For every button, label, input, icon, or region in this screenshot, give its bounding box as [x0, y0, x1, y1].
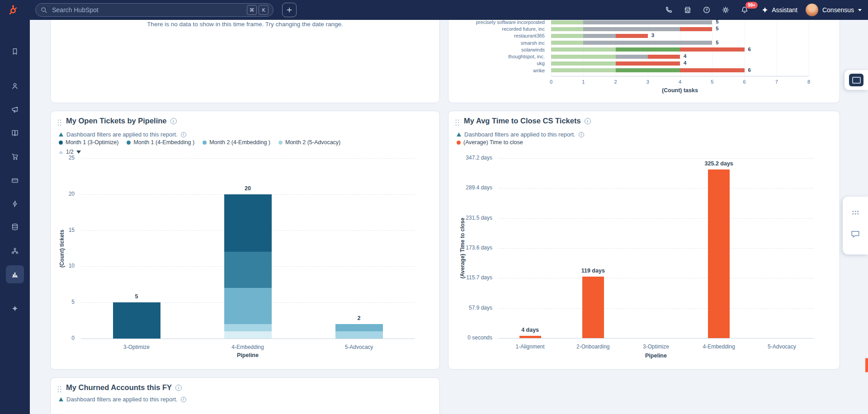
bar-segment[interactable]: [551, 27, 583, 31]
report-title: My Avg Time to Close CS Tickets: [464, 117, 581, 125]
bar-segment[interactable]: [583, 41, 712, 45]
assistant-button[interactable]: Assistant: [761, 6, 797, 14]
sidebar-item-automations[interactable]: [6, 195, 24, 213]
bar-segment[interactable]: [551, 55, 616, 59]
legend-item[interactable]: Month 1 (3-Optimize): [59, 139, 118, 146]
avatar: [806, 4, 818, 16]
calling-button[interactable]: [660, 1, 677, 19]
bar-segment[interactable]: [224, 331, 272, 339]
bar-segment[interactable]: [224, 194, 272, 252]
info-icon[interactable]: [181, 132, 186, 137]
command-key-badge: ⌘: [247, 5, 257, 15]
bar-segment[interactable]: [551, 47, 616, 52]
x-axis-tick: 7: [775, 79, 778, 85]
bar-segment[interactable]: [335, 324, 383, 331]
info-icon[interactable]: [579, 132, 584, 137]
legend-item[interactable]: Month 2 (5-Advocacy): [278, 139, 340, 146]
sidebar-item-ai[interactable]: [6, 300, 24, 318]
bar-segment[interactable]: [648, 55, 680, 59]
sidebar-item-data[interactable]: [6, 218, 24, 236]
bar-value-label: 4: [684, 53, 686, 59]
bar-segment[interactable]: [680, 27, 712, 31]
bar-segment[interactable]: [616, 68, 680, 72]
bar-value-label: 3: [651, 33, 654, 38]
sidebar-item-bookmarks[interactable]: [6, 42, 24, 61]
bar-segment[interactable]: [551, 34, 583, 38]
sidebar-item-reporting[interactable]: [6, 265, 24, 283]
bar[interactable]: [582, 277, 604, 338]
legend-page-up-icon[interactable]: [59, 151, 63, 154]
side-preview-tab[interactable]: [844, 70, 868, 90]
drag-handle-icon[interactable]: [455, 119, 460, 126]
bar-value-label: 5: [716, 40, 718, 45]
y-axis-category: smarsh inc: [521, 40, 545, 46]
bar[interactable]: [708, 169, 730, 338]
bar-segment[interactable]: [113, 302, 160, 339]
bar-segment[interactable]: [224, 324, 272, 331]
drag-handle-icon[interactable]: [57, 386, 62, 393]
bar-segment[interactable]: [616, 61, 680, 66]
bar-segment[interactable]: [551, 68, 616, 72]
bar-segment[interactable]: [583, 27, 680, 31]
bar-segment[interactable]: [335, 331, 383, 339]
bar-segment[interactable]: [583, 34, 615, 38]
x-axis-label: Pipeline: [499, 353, 813, 359]
comments-icon[interactable]: [850, 229, 860, 241]
bar-chart-icon: [11, 270, 19, 278]
gridline: [81, 339, 415, 339]
bar-segment[interactable]: [680, 68, 745, 72]
info-icon[interactable]: [175, 385, 182, 391]
notifications-button[interactable]: 99+: [736, 1, 753, 19]
bar-segment[interactable]: [616, 34, 648, 38]
y-axis-tick: 25: [69, 155, 75, 161]
sidebar-item-marketing[interactable]: [6, 100, 24, 118]
y-axis-tick: 57.9 days: [469, 305, 492, 311]
cart-icon: [11, 152, 19, 160]
bar-segment[interactable]: [551, 20, 583, 24]
tasks-x-axis-label: (Count) tasks: [551, 87, 809, 94]
drag-handle-icon[interactable]: [57, 119, 62, 126]
legend-item[interactable]: Month 2 (4-Embedding ): [203, 139, 270, 146]
gridline: [499, 188, 813, 188]
bar[interactable]: [519, 336, 541, 338]
scrollbar-thumb[interactable]: [865, 358, 868, 372]
gridline: [81, 158, 415, 159]
bar-segment[interactable]: [224, 252, 272, 288]
bar-segment[interactable]: [583, 20, 712, 24]
bar-segment[interactable]: [616, 55, 648, 59]
settings-button[interactable]: [717, 1, 734, 19]
x-axis-line: [551, 76, 809, 76]
account-menu[interactable]: Consensus: [806, 4, 862, 16]
search-input[interactable]: [51, 6, 243, 14]
gridline: [777, 19, 777, 76]
legend-page-down-icon[interactable]: [76, 151, 81, 154]
global-search[interactable]: ⌘ K: [35, 3, 274, 17]
legend-item[interactable]: Month 1 (4-Embedding ): [127, 139, 194, 146]
bar-segment[interactable]: [551, 41, 583, 45]
info-icon[interactable]: [585, 118, 591, 124]
hubspot-logo[interactable]: [6, 3, 20, 17]
bar-segment[interactable]: [616, 47, 680, 52]
sidebar-item-commerce[interactable]: [6, 147, 24, 165]
bar-segment[interactable]: [551, 61, 616, 66]
marketplace-button[interactable]: [679, 1, 696, 19]
storefront-icon: [684, 6, 692, 14]
sidebar-item-workspaces[interactable]: [6, 242, 24, 260]
filters-note: Dashboard filters are applied to this re…: [66, 396, 178, 403]
sidebar-item-crm[interactable]: [6, 77, 24, 95]
sidebar-item-payments[interactable]: [6, 171, 24, 189]
create-button[interactable]: [282, 3, 297, 17]
legend-label: Month 2 (4-Embedding ): [209, 139, 270, 146]
sidebar-item-content[interactable]: [6, 124, 24, 142]
bar-segment[interactable]: [680, 47, 745, 52]
legend-item[interactable]: (Average) Time to close: [457, 139, 523, 146]
bar-segment[interactable]: [224, 288, 272, 324]
y-axis-tick: 173.6 days: [466, 245, 492, 251]
x-axis-tick: 4: [679, 79, 681, 85]
k-key-badge: K: [259, 5, 269, 15]
panel-drag-handle-icon[interactable]: [852, 210, 859, 215]
help-button[interactable]: ?: [698, 1, 715, 19]
info-icon[interactable]: [181, 397, 186, 402]
y-axis-tick: 15: [69, 227, 75, 233]
info-icon[interactable]: [170, 118, 177, 124]
